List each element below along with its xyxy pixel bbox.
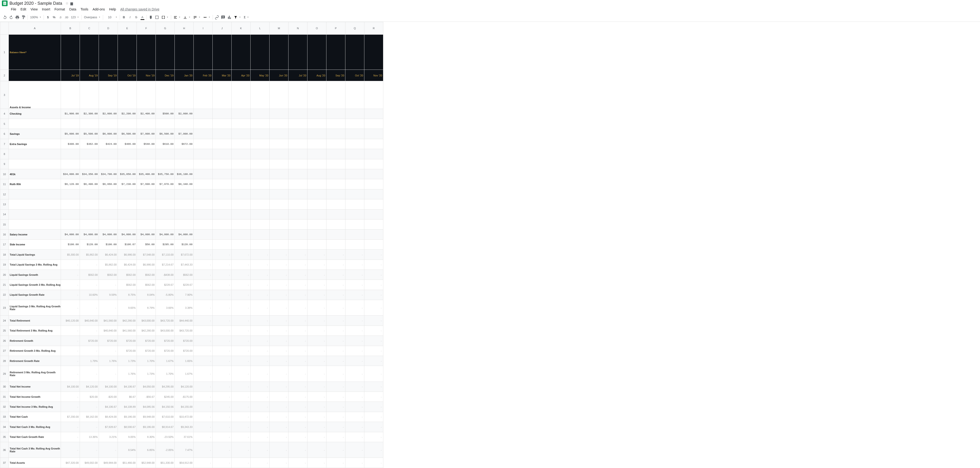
cell[interactable] <box>232 129 251 139</box>
cell[interactable]: $4,000.00 <box>61 230 80 240</box>
cell[interactable] <box>194 159 213 169</box>
menu-view[interactable]: View <box>30 7 38 11</box>
cell[interactable]: $562.00 <box>99 270 118 280</box>
cell[interactable] <box>307 189 326 199</box>
cell[interactable]: - <box>80 300 99 316</box>
cell[interactable]: $7,230.00 <box>118 179 137 189</box>
cell[interactable]: $40,120.00 <box>61 316 80 326</box>
cell[interactable] <box>326 219 345 230</box>
cell[interactable]: - <box>364 422 383 432</box>
cell[interactable]: $9,948.00 <box>137 412 156 422</box>
cell[interactable]: - <box>364 391 383 401</box>
menu-help[interactable]: Help <box>109 7 116 11</box>
cell[interactable]: - <box>326 442 345 458</box>
cell[interactable] <box>364 159 383 169</box>
cell[interactable] <box>80 35 99 70</box>
cell[interactable]: - <box>232 280 251 290</box>
cell[interactable]: $6,490.00 <box>80 179 99 189</box>
cell[interactable]: - <box>213 366 232 382</box>
cell[interactable] <box>307 159 326 169</box>
cell[interactable] <box>137 119 156 129</box>
cell[interactable]: $362.00 <box>80 139 99 149</box>
column-header-P[interactable]: P <box>326 22 345 35</box>
cell[interactable] <box>288 209 307 219</box>
cell[interactable]: - <box>269 356 288 366</box>
cell[interactable]: - <box>194 422 213 432</box>
cell[interactable]: - <box>307 326 326 335</box>
cell[interactable] <box>213 35 232 70</box>
cell[interactable] <box>156 81 175 109</box>
cell[interactable] <box>213 159 232 169</box>
cell[interactable] <box>118 159 137 169</box>
cell[interactable]: $34,000.00 <box>61 169 80 179</box>
row-label[interactable]: Side Income <box>9 240 61 249</box>
cell[interactable] <box>345 109 364 119</box>
cell[interactable] <box>364 219 383 230</box>
month-header[interactable]: Oct '20 <box>345 70 364 81</box>
cell[interactable] <box>99 209 118 219</box>
cell[interactable]: - <box>364 402 383 412</box>
cell[interactable] <box>194 149 213 159</box>
cell[interactable] <box>80 209 99 219</box>
cell[interactable]: - <box>232 432 251 442</box>
cell[interactable] <box>118 189 137 199</box>
cell[interactable]: - <box>307 336 326 346</box>
cell[interactable]: - <box>269 366 288 382</box>
cell[interactable] <box>213 119 232 129</box>
cell[interactable]: - <box>194 382 213 391</box>
cell[interactable]: - <box>288 280 307 290</box>
cell[interactable] <box>194 169 213 179</box>
cell[interactable] <box>99 81 118 109</box>
cell[interactable]: - <box>232 270 251 280</box>
cell[interactable]: - <box>251 250 269 260</box>
cell[interactable] <box>364 109 383 119</box>
cell[interactable]: - <box>251 326 269 335</box>
cell[interactable]: $424.00 <box>99 139 118 149</box>
cell[interactable]: $4,120.00 <box>175 382 194 391</box>
cell[interactable]: $4,120.00 <box>80 382 99 391</box>
cell[interactable]: $548.00 <box>137 139 156 149</box>
cell[interactable] <box>251 159 269 169</box>
cell[interactable]: - <box>232 316 251 326</box>
document-title[interactable]: Budget 2020 - Sample Data <box>10 1 62 6</box>
cell[interactable]: - <box>307 442 326 458</box>
cell[interactable]: - <box>364 270 383 280</box>
row-header-26[interactable]: 26 <box>0 336 9 346</box>
cell[interactable]: $1,900.00 <box>61 109 80 119</box>
cell[interactable]: $720.00 <box>80 336 99 346</box>
cell[interactable] <box>118 149 137 159</box>
row-header-33[interactable]: 33 <box>0 412 9 422</box>
cell[interactable]: - <box>288 442 307 458</box>
cell[interactable] <box>118 119 137 129</box>
cell[interactable]: -5.80% <box>156 290 175 300</box>
cell[interactable] <box>307 179 326 189</box>
cell[interactable]: $7,600.00 <box>137 179 156 189</box>
cell[interactable]: - <box>307 260 326 270</box>
cell[interactable]: - <box>364 382 383 391</box>
insert-link-button[interactable] <box>214 14 220 21</box>
cell[interactable]: - <box>269 391 288 401</box>
cell[interactable]: - <box>345 402 364 412</box>
cell[interactable] <box>137 35 156 70</box>
column-header-B[interactable]: B <box>61 22 80 35</box>
cell[interactable] <box>364 35 383 70</box>
cell[interactable]: $5,300.00 <box>61 250 80 260</box>
cell[interactable] <box>213 200 232 209</box>
cell[interactable]: - <box>251 270 269 280</box>
row-label[interactable]: Liquid Savings Growth Rate <box>9 290 61 300</box>
cell[interactable]: - <box>269 432 288 442</box>
cell[interactable]: $2,000.00 <box>99 109 118 119</box>
cell[interactable] <box>118 35 137 70</box>
cell[interactable]: - <box>80 260 99 270</box>
month-header[interactable]: May '20 <box>251 70 269 81</box>
cell[interactable]: 1.70% <box>137 356 156 366</box>
column-header-Q[interactable]: Q <box>345 22 364 35</box>
cell[interactable]: $720.00 <box>156 346 175 356</box>
cell[interactable] <box>232 109 251 119</box>
cell[interactable]: 1.73% <box>137 366 156 382</box>
row-header-21[interactable]: 21 <box>0 280 9 290</box>
cell[interactable]: 8.75% <box>118 290 137 300</box>
cell[interactable] <box>326 159 345 169</box>
month-header[interactable]: Oct '19 <box>118 70 137 81</box>
cell[interactable]: $54,912.00 <box>175 458 194 468</box>
